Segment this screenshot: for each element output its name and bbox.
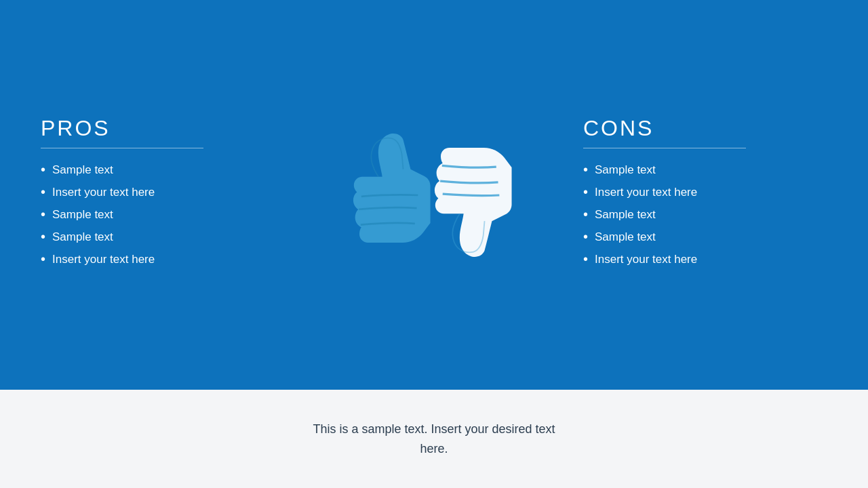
- pros-panel: PROS Sample text Insert your text here S…: [41, 116, 285, 274]
- cons-panel: CONS Sample text Insert your text here S…: [583, 116, 827, 274]
- cons-divider: [583, 148, 746, 148]
- cons-title: CONS: [583, 116, 654, 141]
- list-item[interactable]: Insert your text here: [583, 184, 697, 200]
- footer-text[interactable]: This is a sample text. Insert your desir…: [298, 420, 570, 459]
- footer-section: This is a sample text. Insert your desir…: [0, 390, 868, 488]
- list-item[interactable]: Sample text: [41, 162, 285, 178]
- list-item[interactable]: Sample text: [583, 229, 697, 245]
- main-section: PROS Sample text Insert your text here S…: [0, 0, 868, 390]
- pros-title: PROS: [41, 116, 285, 141]
- pros-divider: [41, 148, 203, 148]
- list-item[interactable]: Sample text: [583, 207, 697, 222]
- pros-list: Sample text Insert your text here Sample…: [41, 162, 285, 267]
- cons-list: Sample text Insert your text here Sample…: [583, 162, 697, 274]
- list-item[interactable]: Insert your text here: [583, 251, 697, 267]
- list-item[interactable]: Insert your text here: [41, 184, 285, 200]
- list-item[interactable]: Sample text: [41, 229, 285, 245]
- list-item[interactable]: Insert your text here: [41, 251, 285, 267]
- list-item[interactable]: Sample text: [583, 162, 697, 178]
- list-item[interactable]: Sample text: [41, 207, 285, 222]
- thumbs-down-icon: [420, 127, 529, 263]
- center-icons: [312, 127, 556, 263]
